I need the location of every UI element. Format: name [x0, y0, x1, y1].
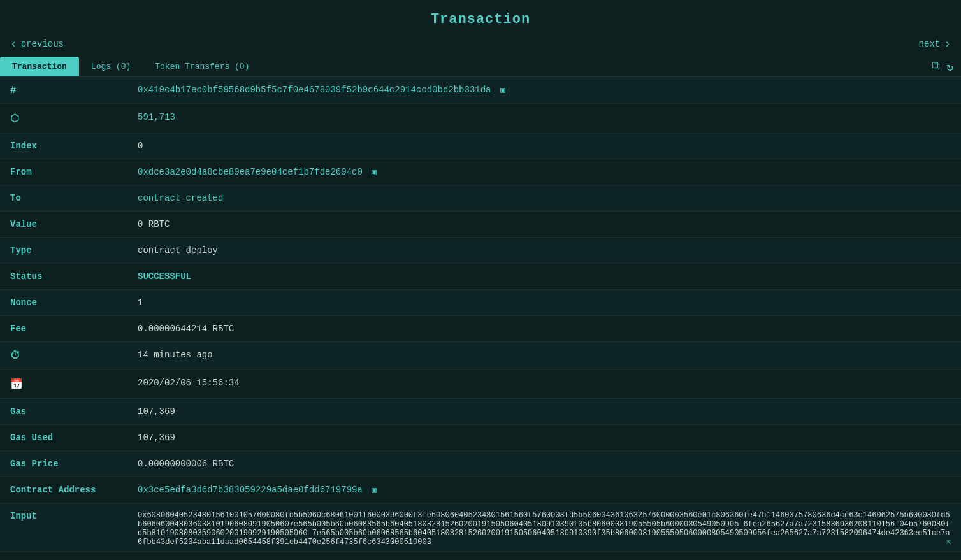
row-value-block: 591,713 [127, 104, 961, 133]
table-row: 📅 2020/02/06 15:56:34 [0, 370, 961, 399]
row-key-time-ago: ⏱ [0, 342, 127, 370]
row-value-gas-price: 0.00000000006 RBTC [127, 451, 961, 477]
row-key-input: Input [0, 503, 127, 552]
table-row: Input 0x608060405234801561001057600080fd… [0, 503, 961, 552]
tab-token-transfers[interactable]: Token Transfers (0) [143, 57, 261, 76]
right-arrow-icon: › [944, 38, 951, 50]
row-key-status: Status [0, 264, 127, 290]
table-row: Gas Used 107,369 [0, 425, 961, 451]
row-key-date: 📅 [0, 370, 127, 399]
tab-transaction[interactable]: Transaction [0, 57, 79, 76]
left-arrow-icon: ‹ [10, 38, 17, 50]
row-value-date: 2020/02/06 15:56:34 [127, 370, 961, 399]
from-address[interactable]: 0xdce3a2e0d4a8cbe89ea7e9e04cef1b7fde2694… [138, 167, 363, 177]
resize-icon[interactable]: ⇱ [946, 538, 951, 544]
row-key-fee: Fee [0, 316, 127, 342]
row-key-index: Index [0, 133, 127, 159]
row-value-value: 0 RBTC [127, 212, 961, 238]
table-row: # 0x419c4b17ec0bf59568d9b5f5c7f0e4678039… [0, 77, 961, 104]
copy-hash-icon[interactable]: ▣ [500, 85, 505, 95]
transaction-table: # 0x419c4b17ec0bf59568d9b5f5c7f0e4678039… [0, 77, 961, 552]
row-value-contract-address: 0x3ce5edfa3d6d7b383059229a5dae0fdd671979… [127, 477, 961, 503]
row-key-hash: # [0, 77, 127, 104]
row-key-gas: Gas [0, 399, 127, 425]
row-key-nonce: Nonce [0, 290, 127, 316]
row-key-block: ⬡ [0, 104, 127, 133]
row-value-to: contract created [127, 185, 961, 212]
table-row: Gas 107,369 [0, 399, 961, 425]
tab-logs[interactable]: Logs (0) [79, 57, 143, 76]
row-value-from: 0xdce3a2e0d4a8cbe89ea7e9e04cef1b7fde2694… [127, 159, 961, 185]
nav-previous[interactable]: ‹ previous [10, 38, 64, 50]
copy-contract-icon[interactable]: ▣ [372, 485, 377, 495]
row-value-status: SUCCESSFUL [127, 264, 961, 290]
row-value-input: 0x608060405234801561001057600080fd5b5060… [127, 503, 961, 552]
block-number[interactable]: 591,713 [138, 112, 175, 122]
block-icon: ⬡ [10, 113, 19, 125]
row-value-gas: 107,369 [127, 399, 961, 425]
row-key-value: Value [0, 212, 127, 238]
copy-from-icon[interactable]: ▣ [372, 168, 377, 177]
row-value-time-ago: 14 minutes ago [127, 342, 961, 370]
row-key-from: From [0, 159, 127, 185]
table-row: Status SUCCESSFUL [0, 264, 961, 290]
copy-tab-icon[interactable]: ⧉ [932, 60, 940, 74]
table-row: Contract Address 0x3ce5edfa3d6d7b3830592… [0, 477, 961, 503]
row-value-nonce: 1 [127, 290, 961, 316]
tabs-row: Transaction Logs (0) Token Transfers (0)… [0, 54, 961, 77]
calendar-icon: 📅 [10, 379, 23, 391]
table-row: Fee 0.00000644214 RBTC [0, 316, 961, 342]
row-value-fee: 0.00000644214 RBTC [127, 316, 961, 342]
row-key-to: To [0, 185, 127, 212]
tab-icons: ⧉ ↻ [932, 60, 961, 74]
row-key-type: Type [0, 238, 127, 264]
table-row: ⏱ 14 minutes ago [0, 342, 961, 370]
table-row: To contract created [0, 185, 961, 212]
transaction-hash: 0x419c4b17ec0bf59568d9b5f5c7f0e4678039f5… [138, 85, 491, 95]
row-value-hash: 0x419c4b17ec0bf59568d9b5f5c7f0e4678039f5… [127, 77, 961, 104]
row-value-type: contract deploy [127, 238, 961, 264]
row-value-index: 0 [127, 133, 961, 159]
previous-label[interactable]: previous [21, 39, 64, 49]
nav-next[interactable]: next › [919, 38, 951, 50]
table-row: From 0xdce3a2e0d4a8cbe89ea7e9e04cef1b7fd… [0, 159, 961, 185]
next-label[interactable]: next [919, 39, 941, 49]
status-badge: SUCCESSFUL [138, 271, 191, 282]
table-row: Nonce 1 [0, 290, 961, 316]
contract-address[interactable]: 0x3ce5edfa3d6d7b383059229a5dae0fdd671979… [138, 485, 363, 495]
row-key-gas-used: Gas Used [0, 425, 127, 451]
table-row: Type contract deploy [0, 238, 961, 264]
clock-icon: ⏱ [10, 350, 20, 362]
row-key-gas-price: Gas Price [0, 451, 127, 477]
table-row: Value 0 RBTC [0, 212, 961, 238]
page-title: Transaction [0, 0, 961, 34]
row-value-gas-used: 107,369 [127, 425, 961, 451]
table-row: Index 0 [0, 133, 961, 159]
row-key-contract-address: Contract Address [0, 477, 127, 503]
refresh-tab-icon[interactable]: ↻ [946, 60, 953, 74]
table-row: ⬡ 591,713 [0, 104, 961, 133]
hash-icon: # [10, 85, 17, 96]
to-value: contract created [138, 193, 223, 203]
nav-bar: ‹ previous next › [0, 34, 961, 54]
table-row: Gas Price 0.00000000006 RBTC [0, 451, 961, 477]
input-data: 0x608060405234801561001057600080fd5b5060… [138, 511, 951, 544]
